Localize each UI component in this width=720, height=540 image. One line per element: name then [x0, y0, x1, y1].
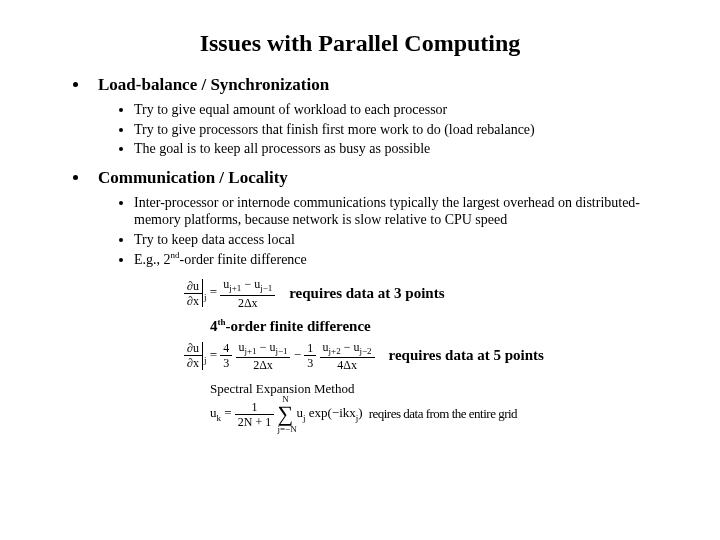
req-3-points: requires data at 3 points — [289, 285, 444, 302]
heading-communication: Communication / Locality — [98, 168, 288, 187]
sub-list-communication: Inter-processor or internode communicati… — [98, 194, 670, 269]
sub-lb-2: The goal is to keep all processors as bu… — [134, 140, 670, 158]
spectral-block: Spectral Expansion Method uk = 12N + 1 ∑… — [210, 381, 670, 428]
spectral-req: reqires data from the entire grid — [369, 406, 517, 422]
tail-content: ∂u∂xj = uj+1 − uj−1 2Δx requires data at… — [150, 278, 670, 428]
heading-loadbalance: Load-balance / Synchronization — [98, 75, 329, 94]
formula-spectral: uk = 12N + 1 ∑Nj=−N uj exp(−ikxj) reqire… — [210, 401, 670, 428]
req-5-points: requires data at 5 points — [389, 347, 544, 364]
top-list: Load-balance / Synchronization Try to gi… — [50, 75, 670, 268]
slide-title: Issues with Parallel Computing — [50, 30, 670, 57]
sub-lb-1: Try to give processors that finish first… — [134, 121, 670, 139]
top-item-communication: Communication / Locality Inter-processor… — [90, 168, 670, 269]
formula-4th-order: ∂u∂xj = 43 uj+1 − uj−1 2Δx − 13 uj+2 − u… — [184, 341, 375, 371]
sub-com-0: Inter-processor or internode communicati… — [134, 194, 670, 229]
formula-2nd-order: ∂u∂xj = uj+1 − uj−1 2Δx — [184, 278, 275, 308]
formula-2nd-order-row: ∂u∂xj = uj+1 − uj−1 2Δx requires data at… — [184, 278, 670, 308]
sub-lb-0: Try to give equal amount of workload to … — [134, 101, 670, 119]
sub-com-1: Try to keep data access local — [134, 231, 670, 249]
formula-4th-order-row: ∂u∂xj = 43 uj+1 − uj−1 2Δx − 13 uj+2 − u… — [184, 341, 670, 371]
sub-com-2: E.g., 2nd-order finite difference — [134, 250, 670, 268]
sub-list-loadbalance: Try to give equal amount of workload to … — [98, 101, 670, 158]
top-item-loadbalance: Load-balance / Synchronization Try to gi… — [90, 75, 670, 158]
fourth-order-label: 4th-order finite difference — [210, 317, 670, 335]
